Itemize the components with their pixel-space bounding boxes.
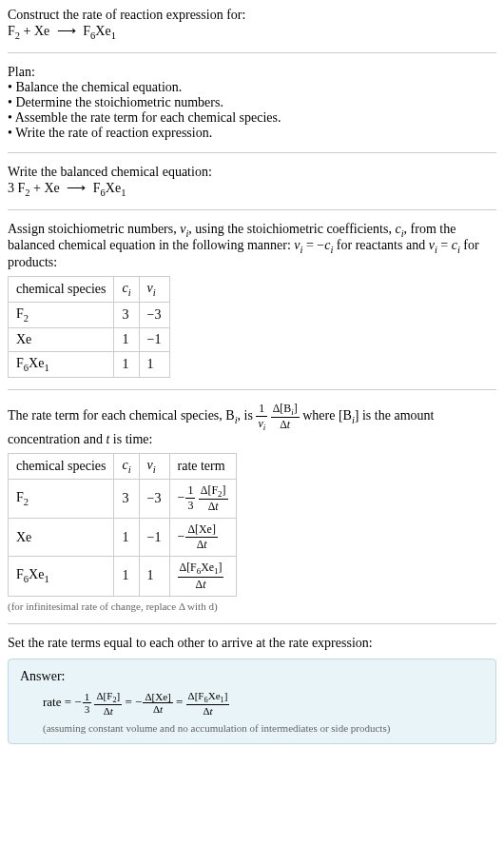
divider	[8, 209, 496, 210]
table-row: F6Xe1 1 1 Δ[F6Xe1]Δt	[9, 557, 237, 596]
table-row: Xe 1 −1	[9, 327, 170, 351]
species-cell: Xe	[9, 327, 114, 351]
nu-cell: 1	[139, 351, 169, 377]
rateterm-table: chemical species ci νi rate term F2 3 −3…	[8, 453, 237, 597]
c-cell: 3	[114, 479, 139, 518]
nu-cell: 1	[139, 557, 169, 596]
table-row: F2 3 −3	[9, 302, 170, 327]
divider	[8, 52, 496, 53]
plan-item: Balance the chemical equation.	[8, 80, 496, 95]
rateterm-description: The rate term for each chemical species,…	[8, 402, 496, 447]
intro-section: Construct the rate of reaction expressio…	[8, 8, 496, 41]
header-species: chemical species	[9, 453, 114, 479]
rateterm-note: (for infinitesimal rate of change, repla…	[8, 600, 496, 612]
rate-cell: −Δ[Xe]Δt	[169, 519, 236, 557]
plan-item: Assemble the rate term for each chemical…	[8, 110, 496, 126]
species-cell: F2	[9, 302, 114, 327]
divider	[8, 152, 496, 153]
table-row: Xe 1 −1 −Δ[Xe]Δt	[9, 519, 237, 557]
species-cell: F6Xe1	[9, 351, 114, 377]
c-cell: 3	[114, 302, 139, 327]
nu-cell: −1	[139, 327, 169, 351]
species-cell: Xe	[9, 519, 114, 557]
nu-cell: −3	[139, 302, 169, 327]
c-cell: 1	[114, 351, 139, 377]
table-header-row: chemical species ci νi rate term	[9, 453, 237, 479]
balanced-equation: 3 F2 + Xe ⟶ F6Xe1	[8, 180, 496, 198]
nu-cell: −3	[139, 479, 169, 518]
answer-label: Answer:	[20, 669, 484, 684]
arrow-icon: ⟶	[57, 24, 76, 38]
header-species: chemical species	[9, 277, 114, 303]
species-cell: F6Xe1	[9, 557, 114, 596]
fraction: Δ[Bi]Δt	[271, 402, 300, 432]
plan-title: Plan:	[8, 65, 496, 80]
intro-title: Construct the rate of reaction expressio…	[8, 8, 496, 23]
rate-cell: −13 Δ[F2]Δt	[169, 479, 236, 518]
stoich-section: Assign stoichiometric numbers, νi, using…	[8, 222, 496, 378]
divider	[8, 623, 496, 624]
divider	[8, 389, 496, 390]
plan-list: Balance the chemical equation. Determine…	[8, 80, 496, 141]
nu-cell: −1	[139, 519, 169, 557]
rate-cell: Δ[F6Xe1]Δt	[169, 557, 236, 596]
arrow-icon: ⟶	[67, 181, 86, 195]
answer-box: Answer: rate = −13 Δ[F2]Δt = −Δ[Xe]Δt = …	[8, 659, 496, 744]
header-nu: νi	[139, 453, 169, 479]
balanced-section: Write the balanced chemical equation: 3 …	[8, 165, 496, 198]
stoich-description: Assign stoichiometric numbers, νi, using…	[8, 222, 496, 271]
final-section: Set the rate terms equal to each other t…	[8, 636, 496, 744]
answer-note: (assuming constant volume and no accumul…	[43, 722, 484, 734]
header-rate: rate term	[169, 453, 236, 479]
table-header-row: chemical species ci νi	[9, 277, 170, 303]
fraction: 1νi	[256, 402, 267, 432]
c-cell: 1	[114, 557, 139, 596]
c-cell: 1	[114, 519, 139, 557]
rateterm-section: The rate term for each chemical species,…	[8, 402, 496, 612]
c-cell: 1	[114, 327, 139, 351]
rate-expression: rate = −13 Δ[F2]Δt = −Δ[Xe]Δt = Δ[F6Xe1]…	[43, 690, 484, 717]
table-row: F2 3 −3 −13 Δ[F2]Δt	[9, 479, 237, 518]
species-cell: F2	[9, 479, 114, 518]
header-nu: νi	[139, 277, 169, 303]
plan-section: Plan: Balance the chemical equation. Det…	[8, 65, 496, 141]
table-row: F6Xe1 1 1	[9, 351, 170, 377]
final-title: Set the rate terms equal to each other t…	[8, 636, 496, 651]
balanced-title: Write the balanced chemical equation:	[8, 165, 496, 180]
plan-item: Determine the stoichiometric numbers.	[8, 95, 496, 110]
plan-item: Write the rate of reaction expression.	[8, 126, 496, 141]
header-c: ci	[114, 277, 139, 303]
header-c: ci	[114, 453, 139, 479]
intro-equation: F2 + Xe ⟶ F6Xe1	[8, 23, 496, 41]
stoich-table: chemical species ci νi F2 3 −3 Xe 1 −1 F…	[8, 276, 170, 377]
